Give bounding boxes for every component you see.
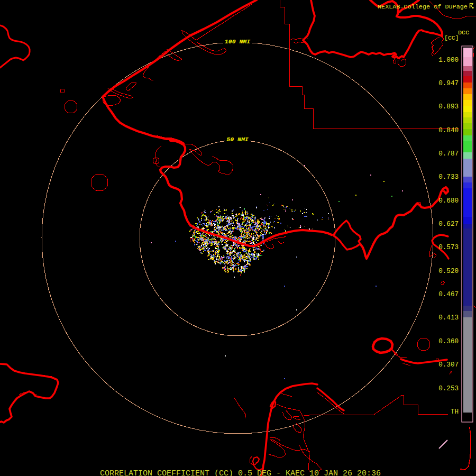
svg-text:0.573: 0.573: [438, 244, 459, 251]
svg-text:NEXLAB-College of DuPage: NEXLAB-College of DuPage: [378, 3, 468, 11]
svg-text:0.893: 0.893: [438, 103, 459, 111]
svg-text:TH: TH: [451, 408, 459, 416]
svg-text:0.360: 0.360: [438, 338, 459, 345]
svg-text:1.000: 1.000: [438, 57, 459, 64]
svg-text:CORRELATION COEFFICIENT (CC) 0: CORRELATION COEFFICIENT (CC) 0.5 DEG - K…: [100, 469, 381, 476]
svg-text:0.627: 0.627: [438, 221, 459, 228]
svg-text:0.840: 0.840: [438, 127, 459, 134]
svg-text:0.733: 0.733: [438, 173, 459, 181]
svg-text:0.253: 0.253: [438, 385, 459, 392]
svg-text:0.947: 0.947: [438, 80, 459, 87]
svg-text:0.520: 0.520: [438, 268, 459, 275]
svg-text:0.787: 0.787: [438, 150, 459, 158]
svg-text:50 NMI: 50 NMI: [226, 136, 249, 143]
svg-text:0.467: 0.467: [438, 291, 459, 298]
svg-text:0.680: 0.680: [438, 197, 459, 205]
svg-text:[CC]: [CC]: [444, 34, 459, 41]
svg-text:0.413: 0.413: [438, 314, 459, 322]
svg-text:DCC: DCC: [458, 29, 469, 36]
svg-text:0.307: 0.307: [438, 361, 459, 369]
svg-text:100 NMI: 100 NMI: [225, 38, 250, 45]
